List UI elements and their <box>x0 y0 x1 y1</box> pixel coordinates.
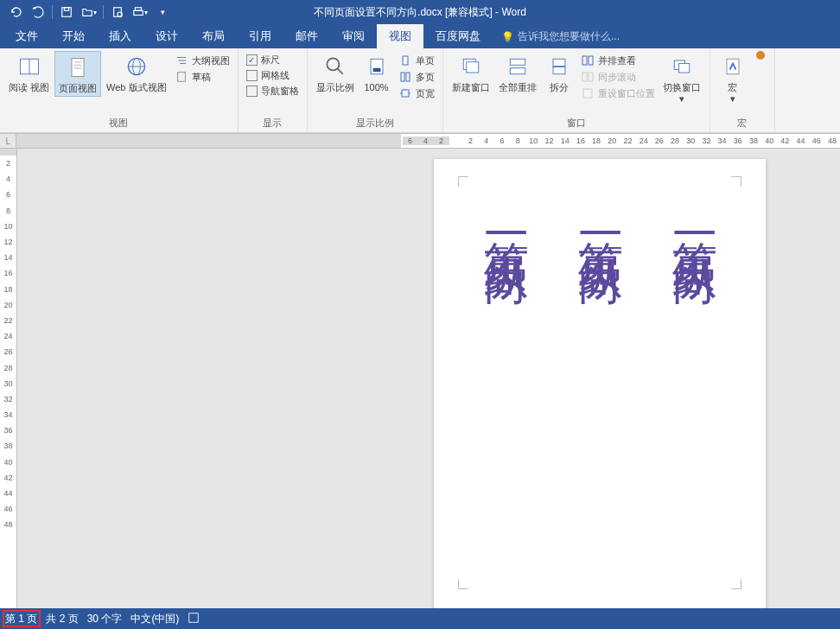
tab-references[interactable]: 引用 <box>237 24 283 48</box>
split-icon <box>545 53 573 80</box>
undo-button[interactable] <box>5 2 26 22</box>
svg-rect-30 <box>510 68 525 74</box>
crop-mark-icon <box>458 176 468 187</box>
side-by-side-icon <box>581 54 595 67</box>
zoom-icon <box>321 53 349 80</box>
svg-rect-28 <box>466 62 478 73</box>
ruler-checkbox[interactable]: ✓标尺 <box>244 53 302 67</box>
page-view-icon <box>64 54 92 81</box>
record-macro-icon[interactable] <box>756 51 765 60</box>
page-width-icon <box>398 86 412 100</box>
group-macros: 宏▾ 宏 <box>710 48 775 132</box>
svg-rect-41 <box>189 613 199 622</box>
quick-access-toolbar: ▾ ▾ ▾ <box>0 2 173 22</box>
group-show: ✓标尺 网格线 导航窗格 显示 <box>239 48 308 132</box>
print-button[interactable]: ▾ <box>130 2 150 22</box>
svg-rect-24 <box>401 73 404 81</box>
svg-rect-40 <box>727 59 739 74</box>
tab-review[interactable]: 审阅 <box>330 24 377 48</box>
status-bar: 第 1 页 共 2 页 30 个字 中文(中国) <box>0 608 840 629</box>
checkbox-icon <box>246 86 258 97</box>
tab-design[interactable]: 设计 <box>143 24 190 48</box>
qat-customize[interactable]: ▾ <box>152 2 173 22</box>
draft-icon <box>175 70 188 84</box>
outline-view-button[interactable]: 大纲视图 <box>172 53 232 68</box>
view-side-by-side-button[interactable]: 并排查看 <box>578 53 658 68</box>
web-layout-icon <box>123 53 150 80</box>
save-button[interactable] <box>56 2 77 22</box>
open-button[interactable]: ▾ <box>79 2 99 22</box>
svg-rect-37 <box>583 89 592 98</box>
group-zoom: 显示比例 100% 单页 多页 页宽 显示比例 <box>308 48 443 132</box>
lightbulb-icon: 💡 <box>501 31 514 43</box>
ruler-corner: L <box>0 134 16 148</box>
svg-rect-35 <box>582 73 587 81</box>
page-width-button[interactable]: 页宽 <box>396 86 437 101</box>
group-views: 阅读 视图 页面视图 Web 版式视图 大纲视图 草稿 视图 <box>0 48 239 132</box>
draft-view-button[interactable]: 草稿 <box>172 69 232 85</box>
status-page[interactable]: 第 1 页 <box>5 612 37 626</box>
zoom-button[interactable]: 显示比例 <box>313 51 358 95</box>
ribbon: 阅读 视图 页面视图 Web 版式视图 大纲视图 草稿 视图 ✓标尺 网格线 导… <box>0 48 840 133</box>
macros-icon <box>719 53 747 80</box>
outline-icon <box>175 54 188 67</box>
multi-page-button[interactable]: 多页 <box>396 69 437 85</box>
arrange-all-button[interactable]: 全部重排 <box>495 51 540 95</box>
status-pages[interactable]: 共 2 页 <box>46 612 78 626</box>
tab-file[interactable]: 文件 <box>3 24 50 48</box>
svg-rect-23 <box>403 56 408 65</box>
checkbox-icon <box>246 70 258 81</box>
sync-scroll-icon <box>581 70 595 84</box>
tab-view[interactable]: 视图 <box>377 24 423 48</box>
one-page-button[interactable]: 单页 <box>396 53 437 68</box>
web-layout-button[interactable]: Web 版式视图 <box>103 51 169 95</box>
page-view-button[interactable]: 页面视图 <box>54 51 101 97</box>
macros-button[interactable]: 宏▾ <box>716 51 750 106</box>
svg-rect-1 <box>64 8 68 11</box>
crop-mark-icon <box>731 579 741 589</box>
redo-button[interactable] <box>28 2 48 22</box>
svg-rect-29 <box>510 59 525 65</box>
switch-windows-button[interactable]: 切换窗口▾ <box>659 51 704 106</box>
tab-mail[interactable]: 邮件 <box>283 24 330 48</box>
read-mode-button[interactable]: 阅读 视图 <box>5 51 53 95</box>
print-preview-button[interactable] <box>107 2 128 22</box>
vertical-ruler[interactable]: 2468101214161820222426283032343638404244… <box>0 149 17 626</box>
tab-baidu[interactable]: 百度网盘 <box>423 24 493 48</box>
page-1[interactable]: 第一页纵向 第一页纵向 第一页纵向 <box>434 159 766 613</box>
status-macro-icon[interactable] <box>188 612 200 626</box>
horizontal-ruler[interactable]: L 64224681012141618202224262830323436384… <box>0 133 840 149</box>
zoom-100-button[interactable]: 100% <box>360 51 394 95</box>
svg-rect-22 <box>372 68 380 72</box>
document-text[interactable]: 第一页纵向 第一页纵向 第一页纵向 <box>475 206 724 232</box>
tab-home[interactable]: 开始 <box>50 24 97 48</box>
svg-rect-18 <box>177 73 185 82</box>
svg-rect-39 <box>678 64 689 73</box>
split-button[interactable]: 拆分 <box>542 51 576 95</box>
document-workarea: 2468101214161820222426283032343638404244… <box>0 149 840 626</box>
document-canvas[interactable]: 第一页纵向 第一页纵向 第一页纵向 <box>17 149 840 626</box>
reset-window-button: 重设窗口位置 <box>578 86 658 101</box>
window-title: 不同页面设置不同方向.docx [兼容模式] - Word <box>173 5 667 20</box>
ribbon-tabs: 文件 开始 插入 设计 布局 引用 邮件 审阅 视图 百度网盘 💡 告诉我您想要… <box>0 24 840 48</box>
new-window-icon <box>457 53 485 80</box>
one-page-icon <box>398 54 412 67</box>
arrange-all-icon <box>504 53 531 80</box>
svg-rect-0 <box>62 8 72 17</box>
nav-pane-checkbox[interactable]: 导航窗格 <box>244 84 302 98</box>
svg-point-19 <box>327 58 339 70</box>
tab-insert[interactable]: 插入 <box>97 24 143 48</box>
status-word-count[interactable]: 30 个字 <box>87 612 123 626</box>
tell-me-search[interactable]: 💡 告诉我您想要做什么... <box>493 25 628 48</box>
checkbox-checked-icon: ✓ <box>246 54 258 66</box>
gridlines-checkbox[interactable]: 网格线 <box>244 68 302 83</box>
group-window: 新建窗口 全部重排 拆分 并排查看 同步滚动 重设窗口位置 切换窗口▾ 窗口 <box>443 48 710 132</box>
switch-windows-icon <box>668 53 696 80</box>
status-language[interactable]: 中文(中国) <box>130 612 179 626</box>
new-window-button[interactable]: 新建窗口 <box>449 51 493 95</box>
tab-layout[interactable]: 布局 <box>190 24 237 48</box>
svg-rect-26 <box>402 90 409 97</box>
svg-rect-36 <box>589 73 593 81</box>
read-mode-icon <box>16 53 43 80</box>
svg-line-20 <box>337 69 342 74</box>
